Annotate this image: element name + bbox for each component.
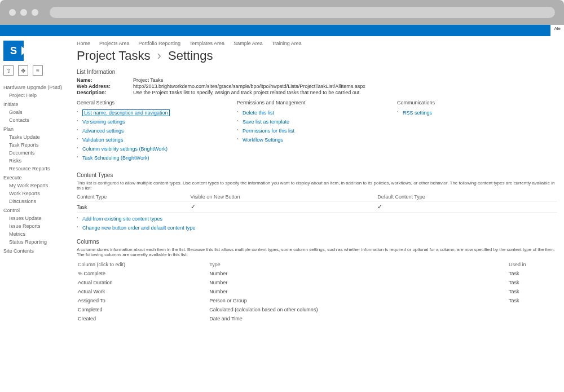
column-name[interactable]: Actual Work	[78, 288, 208, 296]
breadcrumb-page: Settings	[168, 49, 213, 63]
sidenav-item[interactable]: Work Reports	[3, 190, 70, 197]
sidenav-item[interactable]: My Work Reports	[3, 182, 70, 190]
sidenav-item[interactable]: Risks	[3, 157, 70, 165]
address-bar[interactable]	[50, 7, 555, 18]
sidenav-item[interactable]: Resource Reports	[3, 165, 70, 173]
sidenav-heading[interactable]: Initiate	[3, 99, 70, 108]
user-menu[interactable]: Ale	[550, 25, 564, 36]
settings-link[interactable]: Validation settings	[82, 137, 123, 143]
column-cell: Person or Group	[209, 297, 508, 305]
topnav-item[interactable]: Projects Area	[99, 41, 130, 46]
maximize-icon[interactable]	[32, 9, 38, 16]
content-types-table: Content TypeVisible on New ButtonDefault…	[77, 193, 557, 213]
move-icon[interactable]: ✥	[18, 65, 28, 76]
column-cell: Task	[509, 288, 556, 296]
minimize-icon[interactable]	[20, 9, 27, 16]
sidenav-heading[interactable]: Hardware Upgrade (PStd)	[3, 82, 70, 91]
column-name[interactable]: Actual Duration	[78, 279, 208, 287]
table-row: Actual DurationNumberTask	[78, 279, 556, 287]
webaddr-value[interactable]: http://2013.brightworkdemo.com/sites/gra…	[133, 83, 557, 89]
sidenav-item[interactable]: Status Reporting	[3, 238, 70, 246]
table-header: Type	[209, 261, 508, 268]
settings-link[interactable]: Change new button order and default cont…	[82, 225, 195, 231]
name-value: Project Tasks	[133, 77, 557, 83]
table-row: CreatedDate and Time	[78, 315, 556, 323]
table-row: % CompleteNumberTask	[78, 270, 556, 278]
settings-link[interactable]: Save list as template	[243, 119, 289, 125]
column-name[interactable]: % Complete	[78, 270, 208, 278]
main-content: HomeProjects AreaPortfolio ReportingTemp…	[73, 36, 564, 392]
settings-link[interactable]: Delete this list	[243, 110, 274, 116]
page-title: Project Tasks › Settings	[77, 49, 557, 63]
column-name[interactable]: Completed	[78, 306, 208, 314]
content-types-title: Content Types	[77, 172, 557, 178]
sidenav-item[interactable]: Goals	[3, 108, 70, 116]
sidenav-heading[interactable]: Site Contents	[3, 246, 70, 255]
content-types-desc: This list is configured to allow multipl…	[77, 180, 557, 191]
table-header: Content Type	[77, 193, 191, 201]
column-name[interactable]: Assigned To	[78, 297, 208, 305]
sidenav-heading[interactable]: Control	[3, 205, 70, 214]
sidenav-item[interactable]: Project Help	[3, 91, 70, 99]
sidenav-item[interactable]: Issues Update	[3, 214, 70, 222]
sidenav-item[interactable]: Issue Reports	[3, 222, 70, 230]
browser-titlebar	[0, 0, 564, 25]
table-header: Column (click to edit)	[78, 261, 208, 268]
browser-window: Ale S ⇧ ✥ ≡ Hardware Upgrade (PStd)Proje…	[0, 0, 564, 392]
sidenav-heading[interactable]: Plan	[3, 124, 70, 133]
column-cell	[509, 306, 556, 314]
sharepoint-logo[interactable]: S	[3, 41, 24, 61]
topnav-item[interactable]: Training Area	[272, 41, 302, 46]
table-header: Used in	[509, 261, 556, 268]
settings-link[interactable]: Column visibility settings (BrightWork)	[82, 146, 168, 152]
topnav-item[interactable]: Templates Area	[190, 41, 224, 46]
desc-label: Description:	[77, 90, 133, 95]
sidenav-item[interactable]: Task Reports	[3, 141, 70, 149]
top-navigation: HomeProjects AreaPortfolio ReportingTemp…	[77, 41, 557, 46]
sidenav-item[interactable]: Documents	[3, 149, 70, 157]
table-row: Actual WorkNumberTask	[78, 288, 556, 296]
list-info-heading: List Information	[77, 69, 557, 75]
settings-link[interactable]: Task Scheduling (BrightWork)	[82, 155, 149, 161]
permissions-col: Permissions and Management Delete this l…	[237, 100, 397, 164]
communications-col: Communications RSS settings	[397, 100, 557, 164]
sidenav-heading[interactable]: Execute	[3, 173, 70, 182]
list-icon[interactable]: ≡	[33, 65, 43, 76]
settings-link[interactable]: RSS settings	[403, 110, 432, 116]
topnav-item[interactable]: Home	[77, 41, 90, 46]
columns-table: Column (click to edit)TypeUsed in % Comp…	[77, 259, 557, 324]
column-cell: Date and Time	[209, 315, 508, 323]
topnav-item[interactable]: Sample Area	[233, 41, 263, 46]
settings-link[interactable]: Permissions for this list	[243, 128, 294, 134]
table-header: Default Content Type	[377, 193, 557, 201]
sidenav-item[interactable]: Discussions	[3, 197, 70, 205]
sidenav-item[interactable]: Tasks Update	[3, 133, 70, 141]
sharepoint-ribbon: Ale	[0, 25, 564, 36]
upload-icon[interactable]: ⇧	[3, 65, 14, 76]
settings-link[interactable]: Advanced settings	[82, 128, 124, 134]
content-type-name[interactable]: Task	[77, 201, 191, 213]
column-cell: Calculated (calculation based on other c…	[209, 306, 508, 314]
chevron-right-icon: ›	[157, 49, 161, 63]
close-icon[interactable]	[9, 9, 16, 16]
check-icon: ✓	[191, 203, 196, 210]
settings-link[interactable]: List name, description and navigation	[82, 109, 170, 116]
general-settings-col: General Settings List name, description …	[77, 100, 237, 164]
topnav-item[interactable]: Portfolio Reporting	[139, 41, 181, 46]
side-navigation: Hardware Upgrade (PStd)Project HelpIniti…	[3, 82, 70, 255]
column-cell: Number	[209, 288, 508, 296]
column-cell: Number	[209, 279, 508, 287]
column-cell: Number	[209, 270, 508, 278]
settings-link[interactable]: Workflow Settings	[243, 137, 283, 143]
breadcrumb-list[interactable]: Project Tasks	[77, 49, 150, 63]
sidenav-item[interactable]: Metrics	[3, 230, 70, 238]
settings-link[interactable]: Add from existing site content types	[82, 216, 162, 222]
settings-link[interactable]: Versioning settings	[82, 119, 125, 125]
column-cell	[509, 315, 556, 323]
settings-columns: General Settings List name, description …	[77, 100, 557, 164]
content-types-block: Content Types This list is configured to…	[77, 172, 557, 231]
sharepoint-s-icon: S	[10, 45, 17, 57]
column-name[interactable]: Created	[78, 315, 208, 323]
sidenav-item[interactable]: Contacts	[3, 116, 70, 124]
columns-block: Columns A column stores information abou…	[77, 239, 557, 324]
